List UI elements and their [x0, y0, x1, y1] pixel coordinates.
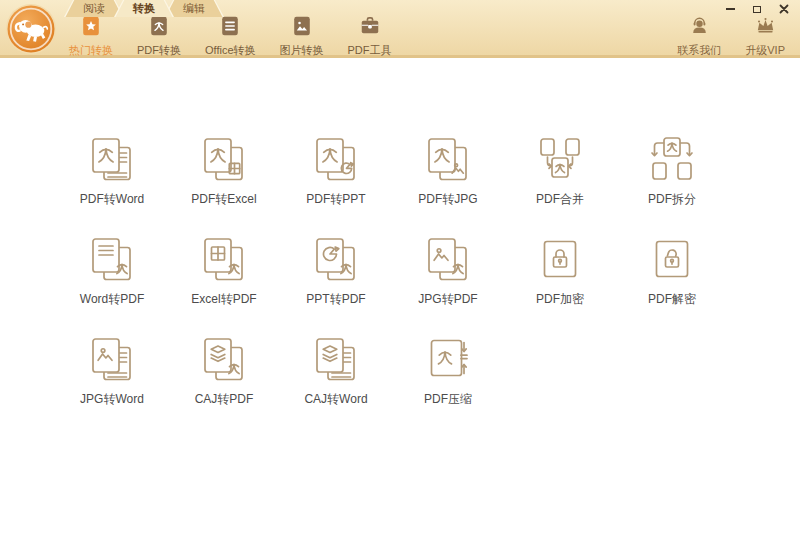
ppt-to-pdf-icon [308, 232, 364, 288]
grid-item-word-to-pdf[interactable]: Word转PDF [56, 232, 168, 332]
grid-item-label: JPG转Word [80, 391, 144, 408]
excel-to-pdf-icon [196, 232, 252, 288]
pdf-doc-icon [148, 15, 170, 41]
minimize-icon [726, 8, 735, 10]
pdf-to-word-icon [84, 132, 140, 188]
toolbar: 热门转换PDF转换Office转换图片转换PDF工具 [62, 15, 399, 58]
grid-item-pdf-to-word[interactable]: PDF转Word [56, 132, 168, 232]
caj-to-word-icon [308, 332, 364, 388]
grid-item-jpg-to-word[interactable]: JPG转Word [56, 332, 168, 432]
grid-item-pdf-decrypt[interactable]: PDF解密 [616, 232, 728, 332]
grid-item-label: PDF转PPT [306, 191, 365, 208]
pdf-to-excel-icon [196, 132, 252, 188]
grid-item-caj-to-word[interactable]: CAJ转Word [280, 332, 392, 432]
grid-item-label: PPT转PDF [306, 291, 365, 308]
window-controls [723, 3, 791, 15]
pdf-split-icon [644, 132, 700, 188]
maximize-button[interactable] [750, 3, 764, 15]
grid-item-jpg-to-pdf[interactable]: JPG转PDF [392, 232, 504, 332]
grid-item-excel-to-pdf[interactable]: Excel转PDF [168, 232, 280, 332]
tab-label: 转换 [114, 0, 174, 17]
pdf-to-jpg-icon [420, 132, 476, 188]
word-to-pdf-icon [84, 232, 140, 288]
star-doc-icon [80, 15, 102, 41]
toolbar-item-label: PDF转换 [137, 43, 181, 58]
grid-item-label: PDF转Excel [191, 191, 256, 208]
grid-item-ppt-to-pdf[interactable]: PPT转PDF [280, 232, 392, 332]
toolbar-item-pdf-tools[interactable]: PDF工具 [341, 15, 399, 58]
crown-icon [755, 15, 776, 40]
minimize-button[interactable] [723, 3, 737, 15]
toolbox-icon [359, 15, 381, 41]
toolbar-item-label: Office转换 [205, 43, 256, 58]
grid-item-pdf-merge[interactable]: PDF合并 [504, 132, 616, 232]
pdf-to-ppt-icon [308, 132, 364, 188]
close-icon [779, 4, 789, 14]
grid-item-label: CAJ转Word [304, 391, 367, 408]
image-doc-icon [291, 15, 313, 41]
grid-item-label: PDF转JPG [418, 191, 477, 208]
grid-item-pdf-split[interactable]: PDF拆分 [616, 132, 728, 232]
grid-item-label: PDF解密 [648, 291, 696, 308]
tab-convert[interactable]: 转换 [114, 0, 174, 17]
toolbar-item-image-convert[interactable]: 图片转换 [273, 15, 331, 58]
main-content: PDF转WordPDF转ExcelPDF转PPTPDF转JPGPDF合并PDF拆… [0, 58, 800, 530]
toolbar-item-label: 图片转换 [280, 43, 324, 58]
grid-item-label: PDF加密 [536, 291, 584, 308]
tab-bar: 阅读转换编辑 [64, 0, 224, 17]
grid-item-label: Excel转PDF [191, 291, 256, 308]
pdf-encrypt-icon [532, 232, 588, 288]
app-window: 阅读转换编辑 热门转换PDF转换Office转换图片转换PDF工具 联系我们升级… [0, 0, 800, 533]
grid-item-pdf-encrypt[interactable]: PDF加密 [504, 232, 616, 332]
grid-item-caj-to-pdf[interactable]: CAJ转PDF [168, 332, 280, 432]
contact-us-button[interactable]: 联系我们 [674, 15, 724, 58]
caj-to-pdf-icon [196, 332, 252, 388]
toolbar-item-label: PDF工具 [348, 43, 392, 58]
jpg-to-pdf-icon [420, 232, 476, 288]
upgrade-vip-button[interactable]: 升级VIP [742, 15, 788, 58]
grid-item-pdf-to-ppt[interactable]: PDF转PPT [280, 132, 392, 232]
grid-item-label: CAJ转PDF [195, 391, 254, 408]
app-logo elephant-logo-icon[interactable] [5, 3, 57, 55]
grid-item-label: PDF拆分 [648, 191, 696, 208]
header-right-label: 升级VIP [745, 43, 785, 58]
toolbar-item-office-convert[interactable]: Office转换 [198, 15, 263, 58]
headset-person-icon [689, 15, 710, 40]
pdf-merge-icon [532, 132, 588, 188]
toolbar-item-pdf-convert[interactable]: PDF转换 [130, 15, 188, 58]
grid-item-label: PDF合并 [536, 191, 584, 208]
pdf-compress-icon [420, 332, 476, 388]
pdf-decrypt-icon [644, 232, 700, 288]
conversion-grid: PDF转WordPDF转ExcelPDF转PPTPDF转JPGPDF合并PDF拆… [0, 58, 800, 432]
grid-item-pdf-compress[interactable]: PDF压缩 [392, 332, 504, 432]
toolbar-item-label: 热门转换 [69, 43, 113, 58]
header-right: 联系我们升级VIP [674, 15, 788, 58]
header: 阅读转换编辑 热门转换PDF转换Office转换图片转换PDF工具 联系我们升级… [0, 0, 800, 58]
maximize-icon [753, 6, 761, 13]
grid-item-label: PDF压缩 [424, 391, 472, 408]
grid-item-label: Word转PDF [80, 291, 144, 308]
toolbar-item-hot-convert[interactable]: 热门转换 [62, 15, 120, 58]
grid-item-pdf-to-excel[interactable]: PDF转Excel [168, 132, 280, 232]
header-right-label: 联系我们 [677, 43, 721, 58]
grid-item-pdf-to-jpg[interactable]: PDF转JPG [392, 132, 504, 232]
grid-item-label: PDF转Word [80, 191, 144, 208]
close-button[interactable] [777, 3, 791, 15]
grid-item-label: JPG转PDF [418, 291, 477, 308]
jpg-to-word-icon [84, 332, 140, 388]
office-doc-icon [219, 15, 241, 41]
